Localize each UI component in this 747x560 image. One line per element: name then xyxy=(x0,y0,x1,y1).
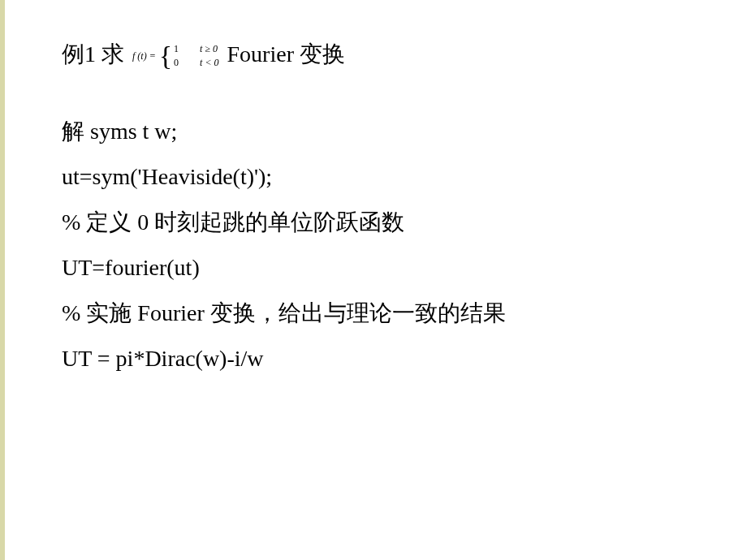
formula-left: f (t) = xyxy=(132,50,156,62)
left-brace: { xyxy=(159,45,172,67)
slide-content: 例1 求 f (t) = { 1 t ≥ 0 0 t < 0 Fourier 变… xyxy=(0,0,747,560)
piecewise-formula: f (t) = { 1 t ≥ 0 0 t < 0 xyxy=(132,42,219,70)
piece1-cond: t ≥ 0 xyxy=(200,42,218,56)
title-prefix: 例1 求 xyxy=(62,39,124,70)
example-title: 例1 求 f (t) = { 1 t ≥ 0 0 t < 0 Fourier 变… xyxy=(62,39,690,70)
piece1-value: 1 xyxy=(174,42,182,56)
solution-line-5: % 实施 Fourier 变换，给出与理论一致的结果 xyxy=(62,291,690,336)
piece-row-1: 1 t ≥ 0 xyxy=(174,42,218,56)
solution-line-2: ut=sym('Heaviside(t)'); xyxy=(62,154,690,200)
solution-line-4: UT=fourier(ut) xyxy=(62,245,690,291)
piece2-cond: t < 0 xyxy=(200,56,218,70)
piecewise-cases: 1 t ≥ 0 0 t < 0 xyxy=(174,42,218,70)
piece-row-2: 0 t < 0 xyxy=(174,56,218,70)
title-suffix: Fourier 变换 xyxy=(227,39,345,70)
solution-line-3: % 定义 0 时刻起跳的单位阶跃函数 xyxy=(62,200,690,245)
solution-line-6: UT = pi*Dirac(w)-i/w xyxy=(62,336,690,381)
piece2-value: 0 xyxy=(174,56,182,70)
solution-line-1: 解 syms t w; xyxy=(62,109,690,154)
